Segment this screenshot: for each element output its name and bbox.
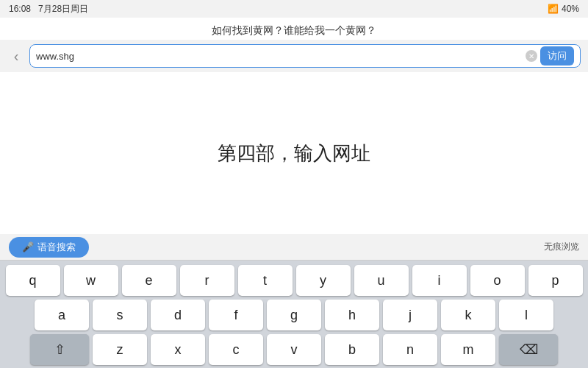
shift-key[interactable]: ⇧ [30,334,89,365]
key-u[interactable]: u [354,265,409,296]
question-area: 如何找到黄网？谁能给我一个黄网？ [0,18,588,40]
key-row-1: q w e r t y u i o p [2,265,586,296]
page-title: 第四部，输入网址 [218,141,370,166]
key-row-3: ⇧ z x c v b n m ⌫ [2,334,586,365]
address-bar-area: ‹ www.shg ✕ 访问 [0,40,588,72]
key-p[interactable]: p [528,265,583,296]
address-input-wrapper[interactable]: www.shg ✕ 访问 [29,44,581,68]
key-j[interactable]: j [383,300,437,330]
key-h[interactable]: h [325,300,379,330]
key-q[interactable]: q [6,265,60,296]
key-x[interactable]: x [151,334,205,365]
visit-button[interactable]: 访问 [540,46,574,66]
clear-button[interactable]: ✕ [526,50,537,62]
question-text: 如何找到黄网？谁能给我一个黄网？ [212,24,376,36]
status-time: 16:08 7月28日周日 [9,3,88,15]
key-a[interactable]: a [35,300,89,330]
key-b[interactable]: b [325,334,379,365]
key-o[interactable]: o [470,265,525,296]
key-s[interactable]: s [93,300,147,330]
key-w[interactable]: w [64,265,118,296]
date-display: 7月28日周日 [38,4,88,14]
key-v[interactable]: v [267,334,321,365]
keyboard-rows: q w e r t y u i o p a s d f g h j k l ⇧ … [0,261,588,368]
key-c[interactable]: c [209,334,263,365]
keyboard-area: 🎤 语音搜索 无痕浏览 q w e r t y u i o p a s d f … [0,234,588,368]
delete-key[interactable]: ⌫ [499,334,558,365]
battery-display: 40% [562,4,579,14]
wifi-icon: 📶 [548,4,559,14]
key-k[interactable]: k [441,300,495,330]
key-i[interactable]: i [412,265,467,296]
key-z[interactable]: z [93,334,147,365]
key-n[interactable]: n [383,334,437,365]
key-e[interactable]: e [122,265,176,296]
time-display: 16:08 [9,4,31,14]
key-m[interactable]: m [441,334,495,365]
status-right: 📶 40% [548,4,579,14]
key-t[interactable]: t [238,265,293,296]
key-l[interactable]: l [499,300,553,330]
private-browse-label: 无痕浏览 [544,241,579,253]
main-content: 第四部，输入网址 [0,72,588,234]
voice-search-label: 语音搜索 [37,241,76,254]
key-y[interactable]: y [296,265,351,296]
key-d[interactable]: d [151,300,205,330]
keyboard-toolbar: 🎤 语音搜索 无痕浏览 [0,234,588,261]
mic-icon: 🎤 [22,241,34,252]
back-button[interactable]: ‹ [7,48,25,65]
key-row-2: a s d f g h j k l [2,300,586,330]
voice-search-button[interactable]: 🎤 语音搜索 [9,237,89,258]
key-r[interactable]: r [180,265,234,296]
key-f[interactable]: f [209,300,263,330]
key-g[interactable]: g [267,300,321,330]
status-bar: 16:08 7月28日周日 📶 40% [0,0,588,18]
address-input[interactable]: www.shg [36,51,526,62]
